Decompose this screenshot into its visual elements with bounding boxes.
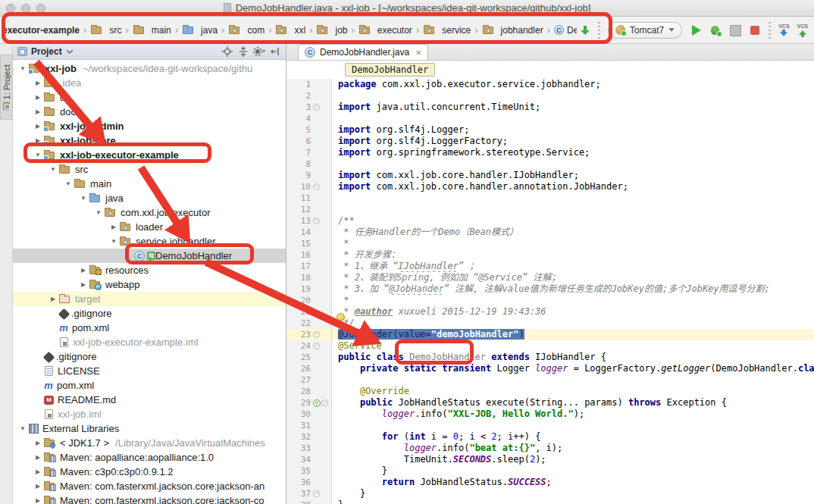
run-configuration-select[interactable]: Tomcat7 xyxy=(608,22,682,39)
code-line-31[interactable]: 31 xyxy=(286,420,814,431)
code-line-19[interactable]: 19 * 3、加 “@JobHander” 注解, 注解value值为新增任务生… xyxy=(286,283,814,295)
code-line-27[interactable]: 27 xyxy=(286,374,814,386)
breadcrumb-java[interactable]: java xyxy=(181,23,218,37)
tree-row-service-jobhandler[interactable]: ▼service.jobhandler xyxy=(13,234,286,249)
code-line-28[interactable]: 28 @Override xyxy=(286,386,814,397)
code-line-14[interactable]: 14 * 任务Handler的一个Demo（Bean模式） xyxy=(286,227,814,238)
code-line-25[interactable]: 25public class DemoJobHandler extends IJ… xyxy=(286,352,814,363)
tree-row-webapp[interactable]: ▶webapp xyxy=(13,277,286,292)
breadcrumb-executor-example[interactable]: executor-example xyxy=(2,23,80,37)
fold-marker-icon[interactable]: − xyxy=(313,183,320,190)
collapsed-arrow-icon[interactable]: ▶ xyxy=(33,454,43,461)
code-line-21[interactable]: 21 * @author xuxueli 2015-12-19 19:43:36 xyxy=(286,306,814,318)
tree-row-resources[interactable]: ▶resources xyxy=(13,263,286,277)
collapsed-arrow-icon[interactable]: ▶ xyxy=(48,296,58,302)
vcs-commit-button[interactable]: VCS xyxy=(797,23,808,37)
code-line-2[interactable]: 2 xyxy=(286,90,814,102)
code-line-4[interactable]: 4 xyxy=(286,113,814,124)
close-window-icon[interactable] xyxy=(6,4,15,13)
code-line-37[interactable]: 37− } xyxy=(286,488,814,499)
debug-button[interactable] xyxy=(709,24,722,36)
tree-row-maven-aopalliance-aopalliance-1-0[interactable]: ▶Maven: aopalliance:aopalliance:1.0 xyxy=(13,450,286,465)
tree-row-db[interactable]: ▶db xyxy=(13,90,286,105)
fold-marker-icon[interactable]: − xyxy=(313,218,320,224)
code-line-26[interactable]: 26 private static transient Logger logge… xyxy=(286,363,814,374)
code-line-10[interactable]: 10−import com.xxl.job.core.handler.annot… xyxy=(286,181,814,193)
tree-row-target[interactable]: ▶target xyxy=(13,292,286,306)
override-marker-icon[interactable]: ↑ xyxy=(313,399,321,407)
code-line-3[interactable]: 3−import java.util.concurrent.TimeUnit; xyxy=(286,102,814,113)
breadcrumb-job[interactable]: job xyxy=(315,23,348,37)
breadcrumb-service[interactable]: service xyxy=(422,23,471,37)
fold-marker-icon[interactable]: − xyxy=(321,399,328,406)
code-line-34[interactable]: 34 TimeUnit.SECONDS.sleep(2); xyxy=(286,454,814,465)
locate-file-button[interactable] xyxy=(221,45,233,58)
collapsed-arrow-icon[interactable]: ▶ xyxy=(33,468,43,475)
code-line-5[interactable]: 5import org.slf4j.Logger; xyxy=(286,124,814,136)
expanded-arrow-icon[interactable]: ▼ xyxy=(63,180,74,187)
tree-row-doc[interactable]: ▶doc xyxy=(13,105,286,119)
tree-row-readme-md[interactable]: MREADME.md xyxy=(13,393,286,407)
coverage-button[interactable] xyxy=(729,24,741,36)
expanded-arrow-icon[interactable]: ▼ xyxy=(78,195,89,202)
breadcrumb-jobhandler[interactable]: jobhandler xyxy=(481,23,544,37)
breadcrumb-demojobhandler[interactable]: CDemoJobHandler xyxy=(553,23,577,37)
collapsed-arrow-icon[interactable]: ▶ xyxy=(33,94,43,101)
tree-row-xxl-job-iml[interactable]: xxl-job.iml xyxy=(13,407,286,421)
tree-row-com-xxl-job-executor[interactable]: ▼com.xxl.job.executor xyxy=(13,205,286,220)
expanded-arrow-icon[interactable]: ▼ xyxy=(33,152,43,158)
code-line-38[interactable]: 38} xyxy=(286,499,814,504)
tree-row-xxl-job-executor-example[interactable]: ▼xxl-job-executor-example xyxy=(13,148,286,162)
tree-row-external-libraries[interactable]: ▼External Libraries xyxy=(13,421,286,436)
code-line-23[interactable]: 23−@JobHander(value="demoJobHandler") xyxy=(286,329,814,340)
collapsed-arrow-icon[interactable]: ▶ xyxy=(33,80,43,86)
code-line-29[interactable]: 29↑− public JobHandleStatus execute(Stri… xyxy=(286,397,814,409)
window-controls[interactable] xyxy=(6,4,45,13)
fold-marker-icon[interactable]: − xyxy=(313,331,320,338)
expanded-arrow-icon[interactable]: ▼ xyxy=(48,166,58,173)
vcs-update-button[interactable]: VCS xyxy=(778,23,789,37)
code-line-35[interactable]: 35 } xyxy=(286,465,814,477)
breadcrumb-executor[interactable]: executor xyxy=(358,23,413,37)
code-line-13[interactable]: 13−/** xyxy=(286,215,814,227)
run-button[interactable] xyxy=(690,24,702,36)
code-line-36[interactable]: 36 return JobHandleStatus.SUCCESS; xyxy=(286,477,814,488)
tree-row-pom-xml[interactable]: mpom.xml xyxy=(13,378,286,393)
code-line-17[interactable]: 17 * 1、继承 “IJobHandler” ； xyxy=(286,261,814,272)
code-line-6[interactable]: 6import org.slf4j.LoggerFactory; xyxy=(286,136,814,147)
code-line-18[interactable]: 18 * 2、装配到Spring, 例如加 “@Service” 注解； xyxy=(286,272,814,283)
tree-row-xxl-job-executor-example-iml[interactable]: xxl-job-executor-example.iml xyxy=(13,335,286,349)
tab-demojobhandler[interactable]: C DemoJobHandler.java ✕ xyxy=(298,44,428,60)
collapsed-arrow-icon[interactable]: ▶ xyxy=(33,108,43,115)
tree-row-maven-c3p0-c3p0-0-9-1-2[interactable]: ▶Maven: c3p0:c3p0:0.9.1.2 xyxy=(13,465,286,479)
fold-marker-icon[interactable]: − xyxy=(313,104,320,111)
code-line-7[interactable]: 7import org.springframework.stereotype.S… xyxy=(286,147,814,158)
tree-row-src[interactable]: ▼src xyxy=(13,162,286,177)
collapsed-arrow-icon[interactable]: ▶ xyxy=(108,224,119,230)
close-tab-icon[interactable]: ✕ xyxy=(415,49,421,57)
code-line-11[interactable]: 11 xyxy=(286,193,814,204)
collapsed-arrow-icon[interactable]: ▶ xyxy=(78,267,89,274)
code-line-30[interactable]: 30 logger.info("XXL-JOB, Hello World."); xyxy=(286,409,814,420)
tree-row-idea[interactable]: ▶.idea xyxy=(13,76,286,90)
tree-row-xxl-job-core[interactable]: ▶xxl-job-core xyxy=(13,133,286,148)
project-tool-window-tab[interactable]: 1: Project xyxy=(0,55,13,120)
collapsed-arrow-icon[interactable]: ▶ xyxy=(33,497,43,504)
tree-row-maven-com-fasterxml-jackson-core-jackson-co[interactable]: ▶Maven: com.fasterxml.jackson.core:jacks… xyxy=(13,493,286,504)
breadcrumb-src[interactable]: src xyxy=(89,23,122,37)
code-editor[interactable]: 1package com.xxl.job.executor.service.jo… xyxy=(286,79,814,504)
collapsed-arrow-icon[interactable]: ▶ xyxy=(33,440,43,446)
collapsed-arrow-icon[interactable]: ▶ xyxy=(33,137,43,144)
fold-marker-icon[interactable]: − xyxy=(313,490,320,497)
tree-row-xxl-job-admin[interactable]: ▶xxl-job-admin xyxy=(13,119,286,133)
scroll-down-icon[interactable] xyxy=(580,25,590,36)
expanded-arrow-icon[interactable]: ▼ xyxy=(108,238,119,245)
chevron-down-icon[interactable] xyxy=(66,49,74,54)
collapsed-arrow-icon[interactable]: ▶ xyxy=(78,281,89,288)
code-line-33[interactable]: 33 logger.info("beat at:{}", i); xyxy=(286,443,814,454)
code-line-15[interactable]: 15 * xyxy=(286,238,814,249)
code-line-12[interactable]: 12 xyxy=(286,204,814,215)
collapse-all-button[interactable] xyxy=(237,45,249,58)
lightbulb-icon[interactable] xyxy=(337,313,345,321)
minimize-window-icon[interactable] xyxy=(21,4,30,13)
